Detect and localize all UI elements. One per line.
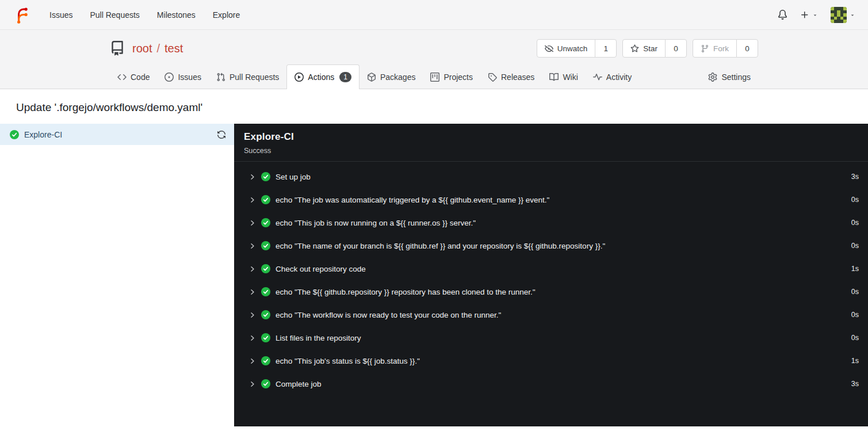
step-row[interactable]: echo "This job is now running on a ${{ r… <box>234 211 868 234</box>
chevron-right-icon[interactable] <box>248 334 256 342</box>
job-list: Explore-CI <box>0 124 234 426</box>
step-row[interactable]: echo "The job was automatically triggere… <box>234 188 868 211</box>
user-menu-button[interactable] <box>831 7 855 23</box>
plus-icon <box>800 10 809 20</box>
step-row[interactable]: echo "The ${{ github.repository }} repos… <box>234 280 868 303</box>
avatar <box>831 7 847 23</box>
nav-pull-requests[interactable]: Pull Requests <box>83 5 146 25</box>
tab-actions[interactable]: Actions 1 <box>286 64 360 89</box>
tab-label: Projects <box>443 73 473 82</box>
fork-icon <box>701 44 709 53</box>
step-label: echo "The workflow is now ready to test … <box>276 311 501 319</box>
step-label: Set up job <box>276 173 311 181</box>
create-new-button[interactable] <box>800 10 818 20</box>
navbar-links: Issues Pull Requests Milestones Explore <box>43 5 247 25</box>
tab-pull-requests[interactable]: Pull Requests <box>209 64 286 89</box>
unwatch-label: Unwatch <box>557 44 588 53</box>
step-duration: 0s <box>851 311 859 319</box>
check-circle-icon <box>261 264 270 273</box>
tab-label: Activity <box>606 73 632 82</box>
unwatch-button[interactable]: Unwatch <box>537 39 596 58</box>
chevron-right-icon[interactable] <box>248 288 256 296</box>
chevron-right-icon[interactable] <box>248 242 256 250</box>
job-status: Success <box>244 147 858 155</box>
stars-count[interactable]: 0 <box>665 39 687 58</box>
tab-releases[interactable]: Releases <box>480 64 542 89</box>
chevron-right-icon[interactable] <box>248 380 256 388</box>
step-row[interactable]: echo "The workflow is now ready to test … <box>234 303 868 326</box>
fork-button-group: Fork 0 <box>693 39 758 58</box>
refresh-icon[interactable] <box>217 130 226 139</box>
step-row[interactable]: Set up job 3s <box>234 165 868 188</box>
tab-label: Actions <box>308 73 334 82</box>
tab-label: Code <box>131 73 150 82</box>
run-view: Update '.forgejo/workflows/demo.yaml' Ex… <box>0 89 868 426</box>
chevron-right-icon[interactable] <box>248 265 256 273</box>
step-list: Set up job 3s echo "The job was automati… <box>234 162 868 399</box>
chevron-right-icon[interactable] <box>248 173 256 181</box>
pulse-icon <box>593 73 602 82</box>
step-row[interactable]: List files in the repository 0s <box>234 326 868 349</box>
chevron-right-icon[interactable] <box>248 219 256 227</box>
repo-tabs-strip: Code Issues Pull Requests Actions 1 Pack… <box>0 64 868 89</box>
step-row[interactable]: echo "The name of your branch is ${{ git… <box>234 234 868 257</box>
actions-count-badge: 1 <box>339 72 351 82</box>
check-circle-icon <box>261 287 270 296</box>
star-icon <box>630 44 639 53</box>
forgejo-logo[interactable] <box>13 6 30 24</box>
repo-header: root / test Unwatch 1 Star 0 <box>0 30 868 89</box>
navbar-right <box>778 7 855 23</box>
fork-button[interactable]: Fork <box>693 39 737 58</box>
tab-projects[interactable]: Projects <box>423 64 480 89</box>
step-label: echo "The name of your branch is ${{ git… <box>276 242 605 250</box>
repo-icon <box>110 41 125 56</box>
nav-milestones[interactable]: Milestones <box>150 5 202 25</box>
run-title: Update '.forgejo/workflows/demo.yaml' <box>0 89 868 114</box>
tab-code[interactable]: Code <box>110 64 157 89</box>
chevron-right-icon[interactable] <box>248 357 256 365</box>
check-circle-icon <box>261 310 270 319</box>
tab-settings[interactable]: Settings <box>701 64 758 89</box>
code-icon <box>117 73 127 82</box>
step-duration: 0s <box>851 288 859 296</box>
forks-count[interactable]: 0 <box>736 39 758 58</box>
repo-name-link[interactable]: test <box>165 42 183 55</box>
tab-issues[interactable]: Issues <box>157 64 208 89</box>
job-item-explore-ci[interactable]: Explore-CI <box>0 124 234 145</box>
tab-label: Wiki <box>563 73 578 82</box>
issue-icon <box>165 73 174 82</box>
step-row[interactable]: echo "This job's status is ${{ job.statu… <box>234 349 868 372</box>
step-label: echo "This job is now running on a ${{ r… <box>276 219 476 227</box>
tab-label: Settings <box>721 73 751 82</box>
job-log-panel: Explore-CI Success Set up job 3s echo "T… <box>234 124 868 426</box>
repo-actions: Unwatch 1 Star 0 Fork 0 <box>537 39 758 58</box>
check-circle-icon <box>10 130 19 139</box>
tab-packages[interactable]: Packages <box>360 64 423 89</box>
tag-icon <box>488 73 497 82</box>
tab-activity[interactable]: Activity <box>586 64 639 89</box>
step-row[interactable]: Complete job 3s <box>234 372 868 395</box>
watchers-count[interactable]: 1 <box>595 39 617 58</box>
watch-button-group: Unwatch 1 <box>537 39 617 58</box>
check-circle-icon <box>261 379 270 388</box>
gear-icon <box>708 73 717 82</box>
check-circle-icon <box>261 172 270 181</box>
tab-label: Releases <box>501 73 534 82</box>
step-row[interactable]: Check out repository code 1s <box>234 257 868 280</box>
job-title: Explore-CI <box>244 131 858 143</box>
eye-off-icon <box>545 44 553 53</box>
chevron-right-icon[interactable] <box>248 196 256 204</box>
repo-owner-link[interactable]: root <box>132 42 152 55</box>
chevron-right-icon[interactable] <box>248 311 256 319</box>
nav-issues[interactable]: Issues <box>43 5 79 25</box>
repo-tabs: Code Issues Pull Requests Actions 1 Pack… <box>110 64 758 89</box>
tab-wiki[interactable]: Wiki <box>542 64 585 89</box>
notifications-button[interactable] <box>778 10 787 20</box>
nav-explore[interactable]: Explore <box>206 5 247 25</box>
job-log-header: Explore-CI Success <box>234 124 868 162</box>
repo-title: root / test <box>132 42 183 55</box>
step-label: echo "The job was automatically triggere… <box>276 196 549 204</box>
star-button[interactable]: Star <box>622 39 666 58</box>
step-duration: 0s <box>851 196 859 204</box>
play-circle-icon <box>295 73 304 82</box>
